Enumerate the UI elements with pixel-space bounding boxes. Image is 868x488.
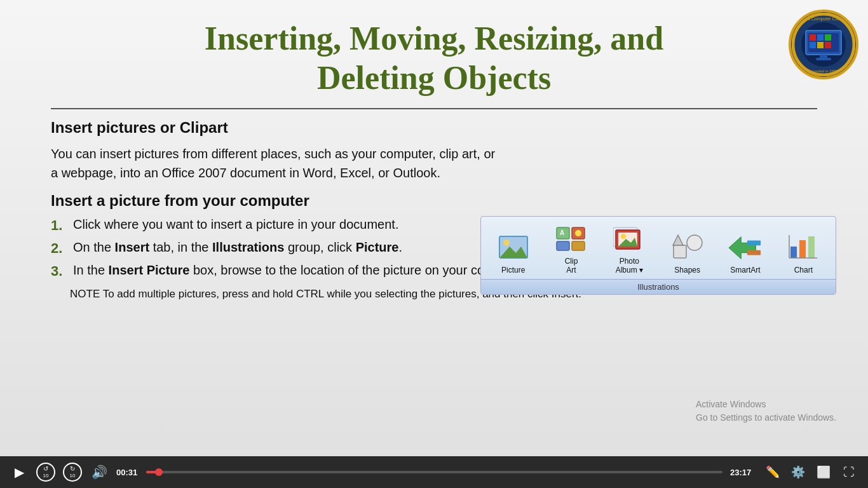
slide-title: Inserting, Moving, Resizing, and Deletin… bbox=[51, 19, 817, 98]
picture-icon-box bbox=[497, 232, 530, 264]
photo-icon-box bbox=[613, 223, 646, 255]
section2-heading: Insert a picture from your computer bbox=[51, 192, 817, 210]
svg-rect-29 bbox=[810, 34, 816, 41]
svg-text:Founded in 1988: Founded in 1988 bbox=[809, 69, 838, 73]
svg-rect-30 bbox=[817, 34, 824, 41]
illus-picture: Picture bbox=[489, 232, 537, 274]
progress-bar[interactable] bbox=[146, 471, 722, 473]
play-button[interactable]: ▶ bbox=[10, 463, 29, 482]
section1-body: You can insert pictures from different p… bbox=[51, 144, 496, 182]
controls-bar: ▶ ↺10 ↻10 🔊 00:31 23:17 ✏️ ⚙️ ⬜ ⛶ bbox=[0, 456, 868, 488]
title-line1: Inserting, Moving, Resizing, and bbox=[205, 20, 663, 57]
step1-text: Click where you want to insert a picture… bbox=[73, 217, 398, 232]
svg-rect-5 bbox=[557, 241, 569, 250]
svg-text:A: A bbox=[560, 229, 564, 236]
svg-rect-31 bbox=[825, 34, 831, 41]
logo: Jinus Computer College Founded in 1988 bbox=[789, 10, 858, 79]
svg-rect-20 bbox=[790, 247, 797, 258]
divider bbox=[51, 108, 817, 109]
svg-point-11 bbox=[621, 234, 626, 239]
svg-rect-14 bbox=[674, 245, 686, 258]
section1-heading: Insert pictures or Clipart bbox=[51, 119, 817, 137]
picture-label: Picture bbox=[501, 266, 525, 274]
shapes-icon bbox=[672, 234, 703, 262]
svg-rect-18 bbox=[747, 241, 761, 246]
forward-10-button[interactable]: ↻10 bbox=[63, 463, 82, 482]
shapes-label: Shapes bbox=[674, 266, 700, 274]
picture-icon bbox=[498, 234, 529, 262]
smartart-icon-box bbox=[729, 232, 762, 264]
svg-marker-16 bbox=[673, 235, 683, 245]
slide-content: Inserting, Moving, Resizing, and Deletin… bbox=[0, 0, 868, 456]
clipart-icon: A bbox=[555, 225, 587, 253]
illus-smartart: SmartArt bbox=[721, 232, 769, 274]
end-time: 23:17 bbox=[730, 468, 756, 477]
photo-icon bbox=[613, 225, 645, 253]
clipart-label: ClipArt bbox=[565, 257, 578, 275]
activate-line1: Activate Windows bbox=[696, 398, 836, 411]
svg-point-15 bbox=[687, 235, 702, 250]
svg-rect-34 bbox=[825, 42, 831, 48]
svg-point-8 bbox=[575, 230, 581, 236]
step1-num: 1. bbox=[51, 217, 67, 234]
photo-label: PhotoAlbum ▾ bbox=[616, 257, 643, 275]
illus-footer: Illustrations bbox=[481, 279, 836, 294]
rewind-10-button[interactable]: ↺10 bbox=[36, 463, 55, 482]
edit-button[interactable]: ✏️ bbox=[763, 463, 782, 482]
title-line2: Deleting Objects bbox=[317, 60, 551, 96]
illus-shapes: Shapes bbox=[663, 232, 711, 274]
svg-point-1 bbox=[503, 240, 510, 246]
chart-icon bbox=[788, 234, 818, 262]
svg-rect-22 bbox=[808, 236, 815, 258]
right-controls: ✏️ ⚙️ ⬜ ⛶ bbox=[763, 463, 858, 482]
step2-text: On the Insert tab, in the Illustrations … bbox=[73, 240, 402, 255]
illus-chart: Chart bbox=[780, 232, 827, 274]
illus-photo: PhotoAlbum ▾ bbox=[606, 223, 653, 275]
step2-num: 2. bbox=[51, 240, 67, 257]
activate-windows: Activate Windows Go to Settings to activ… bbox=[696, 398, 836, 424]
illustrations-panel: Picture A ClipArt bbox=[480, 216, 836, 295]
clipart-icon-box: A bbox=[555, 223, 588, 255]
video-container: Inserting, Moving, Resizing, and Deletin… bbox=[0, 0, 868, 456]
pip-button[interactable]: ⬜ bbox=[814, 463, 833, 482]
shapes-icon-box bbox=[671, 232, 704, 264]
svg-rect-32 bbox=[810, 42, 816, 48]
svg-rect-33 bbox=[817, 42, 824, 48]
svg-rect-35 bbox=[820, 55, 827, 58]
svg-marker-17 bbox=[729, 237, 756, 259]
chart-icon-box bbox=[787, 232, 820, 264]
svg-rect-6 bbox=[572, 241, 585, 250]
step3-num: 3. bbox=[51, 263, 67, 280]
svg-rect-36 bbox=[816, 58, 831, 60]
illus-clipart: A ClipArt bbox=[547, 223, 595, 275]
activate-line2: Go to Settings to activate Windows. bbox=[696, 411, 836, 424]
volume-button[interactable]: 🔊 bbox=[90, 463, 109, 482]
smartart-icon bbox=[729, 234, 762, 262]
svg-rect-21 bbox=[799, 240, 806, 258]
progress-dot bbox=[155, 468, 163, 476]
logo-svg: Jinus Computer College Founded in 1988 bbox=[792, 13, 855, 76]
svg-text:Jinus Computer College: Jinus Computer College bbox=[800, 17, 848, 22]
svg-rect-19 bbox=[747, 250, 761, 255]
illus-icons-row: Picture A ClipArt bbox=[484, 223, 832, 275]
chart-label: Chart bbox=[794, 266, 813, 274]
fullscreen-button[interactable]: ⛶ bbox=[839, 463, 858, 482]
current-time: 00:31 bbox=[116, 468, 139, 477]
smartart-label: SmartArt bbox=[730, 266, 760, 274]
settings-button[interactable]: ⚙️ bbox=[789, 463, 808, 482]
